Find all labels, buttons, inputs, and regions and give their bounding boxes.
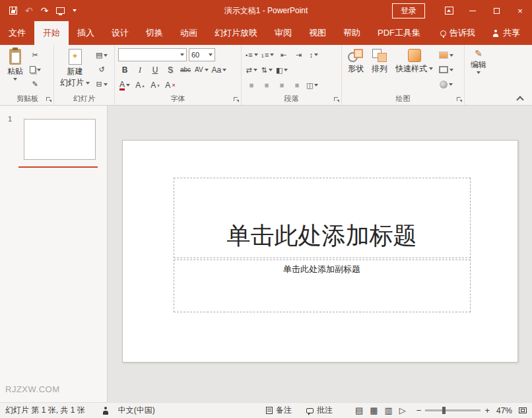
customize-qat-icon[interactable] [73, 9, 77, 12]
shape-fill-button[interactable] [438, 49, 454, 61]
paste-button[interactable]: 粘贴 [5, 48, 26, 94]
copy-button[interactable] [28, 63, 42, 76]
text-shadow-button[interactable]: S [164, 64, 177, 77]
cut-button[interactable]: ✂ [28, 49, 42, 61]
share-button[interactable]: 共享 [484, 21, 532, 45]
chevron-down-icon [429, 67, 433, 70]
quick-styles-button[interactable]: 快速样式 [393, 48, 436, 94]
align-text-button[interactable]: ⇅ [260, 64, 273, 77]
save-icon[interactable] [9, 7, 17, 15]
convert-to-smartart-button[interactable]: ◧ [275, 64, 288, 77]
tab-review[interactable]: 审阅 [266, 21, 300, 45]
italic-button[interactable]: I [133, 64, 147, 77]
align-left-button[interactable]: ≡ [245, 79, 258, 92]
chevron-down-icon [209, 53, 213, 56]
increase-indent-button[interactable]: ⇥ [292, 49, 305, 61]
close-button[interactable]: × [508, 0, 532, 21]
zoom-slider[interactable] [425, 409, 481, 411]
reset-button[interactable]: ↺ [95, 63, 108, 76]
columns-button[interactable]: ◫ [306, 79, 319, 92]
tab-slideshow[interactable]: 幻灯片放映 [206, 21, 266, 45]
minimize-button[interactable] [461, 0, 484, 21]
reading-view-button[interactable]: ▥ [384, 406, 392, 415]
underline-button[interactable]: U [149, 64, 162, 77]
tab-insert[interactable]: 插入 [69, 21, 103, 45]
font-size-select[interactable] [189, 48, 215, 61]
normal-view-button[interactable]: ▤ [355, 406, 363, 415]
tab-pdf-tools[interactable]: PDF工具集 [369, 21, 429, 45]
fit-to-window-button[interactable] [519, 407, 527, 413]
zoom-percent[interactable]: 47% [496, 406, 512, 415]
font-name-select[interactable] [118, 48, 187, 61]
comments-button[interactable]: 批注 [306, 405, 333, 416]
tab-animations[interactable]: 动画 [172, 21, 206, 45]
decrease-font-size-button[interactable]: A [149, 79, 162, 92]
decrease-indent-button[interactable]: ⇤ [277, 49, 290, 61]
chevron-down-icon [477, 71, 481, 74]
tell-me-button[interactable]: 告诉我 [432, 21, 484, 45]
slide-sorter-view-button[interactable]: ▦ [370, 406, 378, 415]
collapse-ribbon-button[interactable] [515, 94, 525, 102]
subtitle-placeholder[interactable]: 单击此处添加副标题 [174, 260, 471, 312]
character-spacing-button[interactable]: AV [194, 64, 209, 77]
slideshow-view-button[interactable]: ▷ [399, 406, 406, 415]
increase-font-size-button[interactable]: A [133, 79, 147, 92]
slide[interactable]: 单击此处添加标题 单击此处添加副标题 [122, 140, 518, 363]
ribbon-display-options-button[interactable] [437, 0, 461, 21]
quick-styles-label: 快速样式 [395, 64, 427, 73]
align-right-button[interactable]: ≡ [275, 79, 288, 92]
format-painter-button[interactable]: ✎ [28, 78, 42, 90]
line-spacing-button[interactable]: ↕ [307, 49, 320, 61]
layout-button[interactable]: ▤ [95, 49, 108, 61]
accessibility-status[interactable] [102, 407, 109, 415]
tab-view[interactable]: 视图 [300, 21, 335, 45]
shape-outline-button[interactable] [438, 63, 454, 76]
tab-transitions[interactable]: 切换 [137, 21, 172, 45]
strikethrough-button[interactable]: abc [179, 64, 192, 77]
text-direction-button[interactable]: ⇄ [245, 64, 258, 77]
shape-effects-button[interactable] [438, 78, 454, 90]
shapes-button[interactable]: 形状 [345, 48, 366, 94]
paste-icon [9, 49, 21, 65]
new-slide-button[interactable]: 新建 幻灯片 [57, 48, 92, 94]
bold-button[interactable]: B [118, 64, 131, 77]
maximize-button[interactable] [484, 0, 508, 21]
undo-icon[interactable]: ↶ [25, 6, 33, 15]
language-status[interactable]: 中文(中国) [118, 405, 155, 416]
font-name-input[interactable] [121, 51, 180, 59]
start-slideshow-icon[interactable] [56, 7, 65, 14]
format-painter-icon: ✎ [32, 80, 38, 88]
zoom-in-button[interactable]: + [484, 406, 490, 415]
quick-styles-icon [408, 49, 421, 62]
align-center-button[interactable]: ≡ [260, 79, 273, 92]
notes-button[interactable]: 备注 [266, 405, 292, 416]
zoom-out-button[interactable]: − [416, 406, 422, 415]
bullets-button[interactable]: ≡ [245, 49, 259, 61]
justify-button[interactable]: ≡ [290, 79, 304, 92]
title-placeholder[interactable]: 单击此处添加标题 [174, 178, 471, 258]
drawing-dialog-launcher-icon[interactable] [457, 97, 463, 103]
change-case-icon: Aa [212, 66, 222, 74]
tab-help[interactable]: 帮助 [335, 21, 369, 45]
redo-icon[interactable]: ↷ [41, 6, 49, 15]
clipboard-dialog-launcher-icon[interactable] [46, 97, 52, 103]
chevron-down-icon [449, 83, 453, 86]
font-color-button[interactable]: A [118, 79, 131, 92]
zoom-slider-thumb[interactable] [442, 407, 446, 414]
tab-home[interactable]: 开始 [34, 21, 69, 45]
login-button[interactable]: 登录 [392, 3, 425, 18]
clear-formatting-button[interactable]: A [164, 79, 177, 92]
arrange-button[interactable]: 排列 [369, 48, 390, 94]
font-size-input[interactable] [191, 51, 209, 59]
tab-file[interactable]: 文件 [0, 21, 34, 45]
section-button[interactable]: ⊟ [95, 78, 108, 90]
tab-design[interactable]: 设计 [103, 21, 137, 45]
font-dialog-launcher-icon[interactable] [234, 97, 240, 103]
chevron-down-icon [86, 82, 90, 85]
slide-thumbnail[interactable] [24, 119, 96, 160]
numbering-button[interactable]: ≡ [261, 49, 275, 61]
paragraph-dialog-launcher-icon[interactable] [334, 97, 340, 103]
change-case-button[interactable]: Aa [211, 64, 228, 77]
editing-button[interactable]: ✎ 编辑 [468, 48, 489, 94]
maximize-icon [494, 8, 500, 14]
